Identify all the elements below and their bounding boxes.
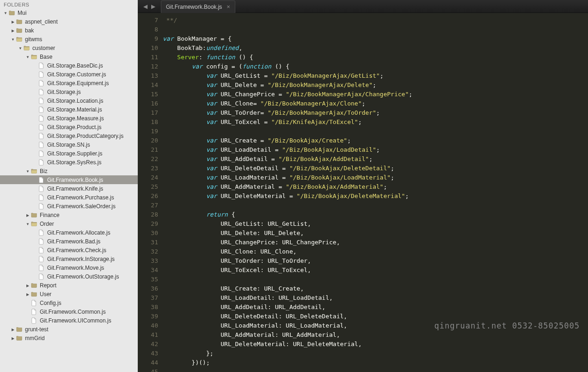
file-item[interactable]: Git.Storage.BaseDic.js xyxy=(0,61,138,70)
line-number: 20 xyxy=(138,136,158,145)
folder-item[interactable]: Finance xyxy=(0,211,138,219)
editor-panel: ◀ ▶ Git.Framework.Book.js × 789101112131… xyxy=(138,0,588,372)
file-item[interactable]: Git.Storage.ProductCategory.js xyxy=(0,131,138,140)
line-number: 45 xyxy=(138,367,158,372)
code-content[interactable]: **/ var BookManager = { BookTab:undefine… xyxy=(163,13,588,372)
folder-item[interactable]: mmGrid xyxy=(0,334,138,342)
code-line: URL_DeleteDetail: URL_DeleteDetail, xyxy=(163,312,588,321)
tree-label: Report xyxy=(40,282,56,289)
file-icon xyxy=(38,176,45,184)
file-icon xyxy=(31,308,38,316)
file-item[interactable]: Git.Framework.Move.js xyxy=(0,263,138,272)
tree-label: Git.Framework.UICommon.js xyxy=(40,317,111,324)
file-item[interactable]: Git.Framework.OutStorage.js xyxy=(0,272,138,281)
chevron-down-icon[interactable] xyxy=(18,45,23,50)
file-item[interactable]: Git.Framework.UICommon.js xyxy=(0,316,138,325)
file-item[interactable]: Git.Framework.InStorage.js xyxy=(0,254,138,263)
file-icon xyxy=(38,106,45,113)
tree-label: mmGrid xyxy=(25,335,45,341)
folder-item[interactable]: Report xyxy=(0,281,138,290)
file-item[interactable]: Git.Storage.SysRes.js xyxy=(0,158,138,167)
chevron-down-icon[interactable] xyxy=(25,54,31,59)
line-number: 31 xyxy=(138,238,158,247)
file-item[interactable]: Git.Framework.Knife.js xyxy=(0,184,138,193)
code-line: var URL_LoadDetail = "/Biz/BookAjax/Load… xyxy=(163,145,588,155)
file-item[interactable]: Git.Framework.Common.js xyxy=(0,307,138,316)
tree-label: Git.Framework.Purchase.js xyxy=(47,194,114,201)
folder-icon xyxy=(16,18,23,25)
chevron-down-icon[interactable] xyxy=(25,221,31,226)
file-item[interactable]: Git.Framework.Purchase.js xyxy=(0,193,138,202)
file-item[interactable]: Git.Storage.Equipment.js xyxy=(0,79,138,87)
line-number: 23 xyxy=(138,164,158,173)
file-item[interactable]: Git.Storage.SN.js xyxy=(0,140,138,149)
nav-forward-icon[interactable]: ▶ xyxy=(149,3,157,10)
file-item[interactable]: Git.Framework.Allocate.js xyxy=(0,228,138,237)
code-line: var URL_GetList = "/Biz/BookManagerAjax/… xyxy=(163,71,588,81)
nav-back-icon[interactable]: ◀ xyxy=(141,3,149,10)
code-area[interactable]: 7891011121314151617181920212223242526272… xyxy=(138,13,588,372)
code-line xyxy=(163,201,588,210)
file-icon xyxy=(38,88,45,96)
code-line: URL_ChangePrice: URL_ChangePrice, xyxy=(163,238,588,247)
folder-open-icon xyxy=(23,44,31,52)
file-item[interactable]: Git.Storage.Product.js xyxy=(0,123,138,131)
line-number: 32 xyxy=(138,247,158,256)
folder-item[interactable]: Order xyxy=(0,219,138,228)
folder-item[interactable]: aspnet_client xyxy=(0,17,138,26)
file-item[interactable]: Git.Storage.Location.js xyxy=(0,96,138,105)
tab-active[interactable]: Git.Framework.Book.js × xyxy=(161,0,235,13)
tree-label: grunt-test xyxy=(25,326,49,333)
file-icon xyxy=(38,185,45,192)
tree-label: Git.Framework.InStorage.js xyxy=(47,256,115,262)
folder-item[interactable]: Biz xyxy=(0,167,138,175)
line-number: 39 xyxy=(138,312,158,321)
tree-label: Git.Storage.SN.js xyxy=(47,142,90,148)
chevron-right-icon xyxy=(10,28,16,33)
tree-label: Git.Framework.Move.js xyxy=(47,265,104,271)
file-item[interactable]: Git.Framework.Book.js xyxy=(0,175,138,184)
chevron-down-icon[interactable] xyxy=(10,37,16,42)
file-item[interactable]: Git.Storage.Supplier.js xyxy=(0,149,138,158)
chevron-down-icon[interactable] xyxy=(3,10,8,15)
file-item[interactable]: Git.Storage.Material.js xyxy=(0,105,138,114)
tree-label: Git.Framework.SaleOrder.js xyxy=(47,203,116,210)
code-line: URL_GetList: URL_GetList, xyxy=(163,219,588,229)
file-item[interactable]: Git.Framework.Check.js xyxy=(0,246,138,254)
line-number: 24 xyxy=(138,173,158,182)
folder-item[interactable]: Base xyxy=(0,52,138,61)
folder-item[interactable]: Mui xyxy=(0,8,138,17)
folder-item[interactable]: grunt-test xyxy=(0,325,138,334)
code-line: URL_ToOrder: URL_ToOrder, xyxy=(163,256,588,266)
tree-label: bak xyxy=(25,27,34,34)
folder-item[interactable]: bak xyxy=(0,26,138,35)
file-item[interactable]: Git.Storage.Customer.js xyxy=(0,70,138,79)
line-number: 28 xyxy=(138,210,158,219)
tree-label: Mui xyxy=(18,10,26,16)
file-item[interactable]: Git.Storage.js xyxy=(0,87,138,96)
file-item[interactable]: Git.Storage.Measure.js xyxy=(0,114,138,123)
folder-item[interactable]: customer xyxy=(0,43,138,52)
chevron-right-icon xyxy=(10,327,16,332)
line-number: 22 xyxy=(138,155,158,164)
line-number: 13 xyxy=(138,71,158,81)
file-item[interactable]: Git.Framework.SaleOrder.js xyxy=(0,202,138,211)
close-icon[interactable]: × xyxy=(227,3,230,10)
chevron-down-icon[interactable] xyxy=(25,168,31,174)
folder-item[interactable]: User xyxy=(0,290,138,298)
code-line: var URL_ToExcel = "/Biz/KnifeAjax/ToExce… xyxy=(163,118,588,127)
tree-label: Git.Storage.SysRes.js xyxy=(47,159,101,166)
file-item[interactable]: Git.Framework.Bad.js xyxy=(0,237,138,246)
file-icon xyxy=(38,97,45,105)
file-icon xyxy=(38,80,45,87)
file-icon xyxy=(38,62,45,69)
line-number: 14 xyxy=(138,81,158,90)
tree-label: Git.Storage.Material.js xyxy=(47,106,102,113)
chevron-right-icon xyxy=(10,335,16,341)
folder-item[interactable]: gitwms xyxy=(0,35,138,43)
file-item[interactable]: Config.js xyxy=(0,298,138,307)
folder-icon xyxy=(31,282,38,289)
folder-icon xyxy=(31,291,38,298)
tree-label: gitwms xyxy=(25,36,42,43)
code-line: var URL_ToOrder= "/Biz/BookManagerAjax/T… xyxy=(163,108,588,118)
